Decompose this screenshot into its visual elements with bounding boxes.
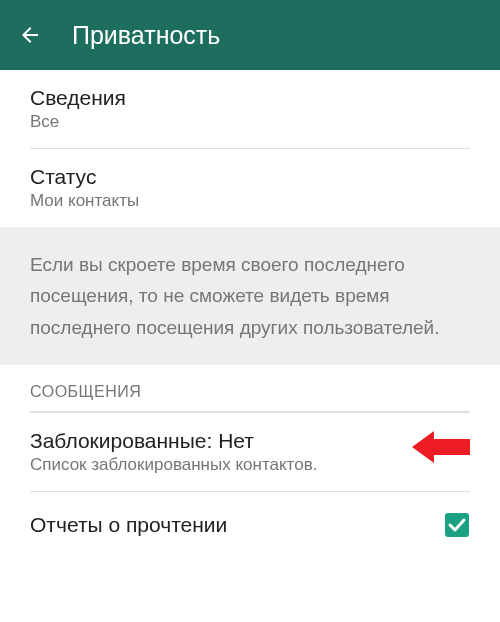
- status-title: Статус: [30, 165, 470, 189]
- app-bar: Приватность: [0, 0, 500, 70]
- about-item[interactable]: Сведения Все: [0, 70, 500, 148]
- last-seen-note: Если вы скроете время своего последнего …: [0, 227, 500, 365]
- section-header-messages: СООБЩЕНИЯ: [0, 365, 500, 411]
- about-title: Сведения: [30, 86, 470, 110]
- content: Сведения Все Статус Мои контакты Если вы…: [0, 70, 500, 548]
- blocked-subtitle: Список заблокированных контактов.: [30, 455, 470, 475]
- about-subtitle: Все: [30, 112, 470, 132]
- status-subtitle: Мои контакты: [30, 191, 470, 211]
- page-title: Приватность: [72, 21, 220, 50]
- read-receipts-item[interactable]: Отчеты о прочтении: [0, 492, 500, 548]
- blocked-title: Заблокированные: Нет: [30, 429, 470, 453]
- checkbox-checked-icon: [444, 512, 470, 538]
- arrow-back-icon: [18, 23, 42, 47]
- read-receipts-checkbox[interactable]: [444, 512, 470, 538]
- back-button[interactable]: [18, 23, 42, 47]
- status-item[interactable]: Статус Мои контакты: [0, 149, 500, 227]
- read-receipts-label: Отчеты о прочтении: [30, 513, 227, 537]
- pointer-arrow-icon: [412, 429, 470, 469]
- blocked-contacts-item[interactable]: Заблокированные: Нет Список заблокирован…: [0, 413, 500, 491]
